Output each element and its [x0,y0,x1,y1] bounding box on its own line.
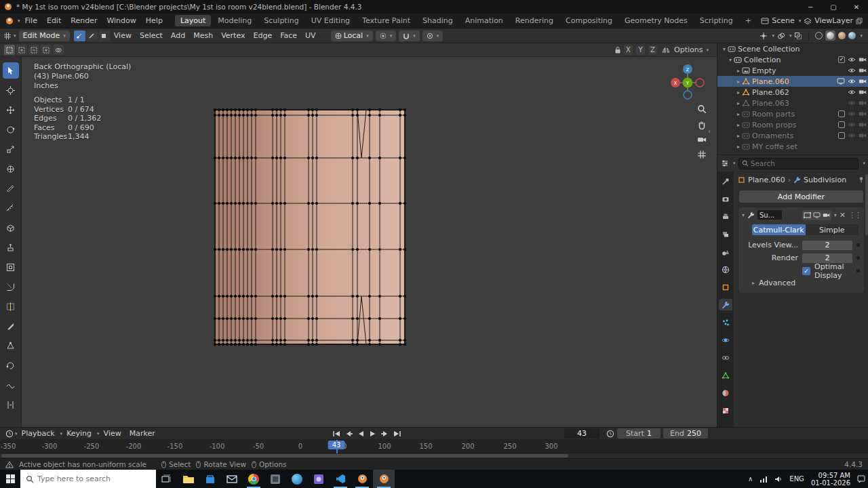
outliner-label[interactable]: Plane.063 [752,99,789,108]
snapping-dropdown[interactable]: ▾ [399,30,420,41]
tab-rendering[interactable]: Rendering [510,15,559,26]
menu-render[interactable]: Render [66,16,102,25]
properties-search[interactable] [738,158,859,169]
jump-to-start-button[interactable] [331,428,342,439]
play-button[interactable] [368,428,378,439]
transform-orientation-dropdown[interactable]: Local ▾ [331,30,373,41]
photos-icon[interactable] [308,470,330,488]
edge-icon[interactable] [286,470,308,488]
hide-eye-icon[interactable] [848,110,856,117]
disable-render-icon[interactable] [859,56,867,63]
maximize-button[interactable]: ▢ [822,0,845,14]
store-icon[interactable] [199,470,221,488]
language-indicator[interactable]: ENG [789,475,804,483]
task-view-icon[interactable] [156,470,178,488]
outliner-label[interactable]: Room props [752,121,797,129]
start-button[interactable] [0,470,20,488]
tab-geometry-nodes[interactable]: Geometry Nodes [619,15,693,26]
ortho-grid-icon[interactable] [697,150,707,159]
menu-add[interactable]: Add [167,31,189,40]
zoom-icon[interactable] [697,104,707,114]
editor-type-icon[interactable] [3,32,12,40]
blender-taskbar-icon[interactable] [351,470,373,488]
menu-face[interactable]: Face [276,31,301,40]
taskbar-clock[interactable]: 09:57 AM 01-01-2026 [811,472,850,487]
tool-bevel[interactable] [3,279,19,295]
checkbox-icon[interactable] [838,132,845,139]
taskbar-search-input[interactable] [37,474,151,483]
hide-eye-icon[interactable] [848,100,856,106]
scene-selector[interactable]: Scene [772,16,795,25]
tab-particles[interactable] [719,317,732,328]
expand-arrow-icon[interactable]: ▸ [735,144,742,150]
mode-dropdown[interactable]: Edit Mode ▾ [19,30,70,41]
tab-view-layer[interactable] [719,228,732,240]
checkbox-icon[interactable] [838,110,845,117]
tab-texture-paint[interactable]: Texture Paint [357,15,416,26]
menu-keying[interactable]: Keying [62,429,96,438]
menu-help[interactable]: Help [141,16,167,25]
tool-options-dropdown[interactable]: Options [674,45,703,54]
menu-view[interactable]: View [110,31,136,40]
menu-marker[interactable]: Marker [125,429,159,438]
optimal-display-checkbox[interactable]: ✓ [802,267,810,275]
close-button[interactable]: ✕ [845,0,868,14]
select-mode-extend[interactable] [16,45,27,55]
minimize-button[interactable]: ─ [799,0,822,14]
checkbox-icon[interactable] [838,121,845,128]
tool-rotate[interactable] [3,121,19,138]
expand-arrow-icon[interactable]: ▸ [735,79,742,85]
show-gizmo-icon[interactable] [760,32,768,40]
tab-output[interactable] [719,211,732,222]
blender-menu-icon[interactable] [4,17,15,25]
taskbar-search[interactable] [20,470,156,488]
tool-cursor[interactable] [3,82,19,98]
navigation-gizmo[interactable]: Z X Y [667,62,708,103]
file-explorer-icon[interactable] [178,470,199,488]
tray-expand-icon[interactable]: ∧ [748,475,753,483]
timeline-ruler[interactable]: -350 -300 -250 -200 -150 -100 -50 0 50 1… [0,440,868,453]
animate-dot-icon[interactable] [856,269,860,272]
properties-scrollbar[interactable] [865,174,868,235]
menu-mesh[interactable]: Mesh [189,31,217,40]
add-workspace-button[interactable]: + [740,15,757,26]
tab-world[interactable] [719,264,732,275]
camera-view-icon[interactable] [697,136,707,144]
volume-icon[interactable] [774,476,783,483]
expand-arrow-icon[interactable]: ▸ [735,68,742,74]
menu-uv[interactable]: UV [301,31,320,40]
disable-render-icon[interactable] [859,89,867,96]
xray-toggle-icon[interactable] [794,32,802,40]
viewport-3d[interactable]: Back Orthographic (Local) (43) Plane.060… [22,57,717,427]
next-keyframe-button[interactable] [380,428,391,439]
disable-render-icon[interactable] [859,110,867,117]
timeline-editor-icon[interactable] [5,430,14,438]
tool-move[interactable] [3,102,19,118]
tab-scripting[interactable]: Scripting [694,15,738,26]
modifier-name-field[interactable]: Su... [757,210,782,220]
tool-extrude[interactable] [3,239,19,256]
tool-smooth[interactable] [3,377,19,393]
tool-scale[interactable] [3,141,19,157]
expand-arrow-icon[interactable]: ▸ [735,122,742,128]
expand-arrow-icon[interactable]: ▾ [742,212,745,218]
animate-dot-icon[interactable] [856,243,860,247]
expand-arrow-icon[interactable]: ▸ [735,111,742,117]
shading-wireframe-button[interactable] [815,32,823,39]
checkbox-icon[interactable]: ✓ [838,56,845,63]
menu-window[interactable]: Window [102,16,140,25]
outliner-row-plane-060[interactable]: ▸ Plane.060 [717,76,868,87]
outliner-row-my-coffe-set[interactable]: ▸ MY coffe set [717,141,868,152]
hide-eye-icon[interactable] [848,132,856,139]
tab-shading[interactable]: Shading [417,15,458,26]
menu-select[interactable]: Select [136,31,167,40]
tool-add-cube[interactable] [3,220,19,236]
select-mode-invert[interactable] [41,45,52,55]
viewlayer-selector[interactable]: ViewLayer [814,16,853,25]
vertex-select-button[interactable] [74,30,85,41]
tab-object-data[interactable] [719,369,732,381]
preview-range-icon[interactable] [606,430,614,438]
expand-arrow-icon[interactable]: ▸ [735,89,742,96]
tool-inset[interactable] [3,259,19,275]
lock-icon[interactable] [614,46,621,54]
